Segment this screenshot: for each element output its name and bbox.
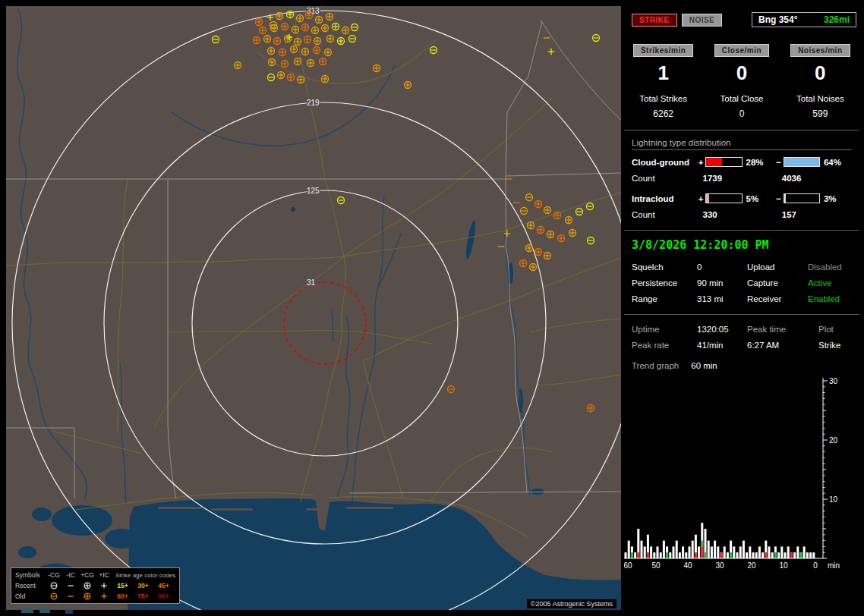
total-noises-label: Total Noises [781,94,859,103]
cg-negative-pct: 64% [820,158,852,167]
map-svg: 31125219313 [6,6,621,610]
status-panel: STRIKE NOISE Bng 354° 326mi Strikes/min … [624,6,859,610]
svg-text:125: 125 [307,187,320,195]
plus-sign: + [696,194,705,203]
svg-text:20: 20 [747,561,756,570]
ic-positive-pct: 5% [743,194,774,203]
persistence-label: Persistence [632,278,697,288]
ic-negative-pct: 3% [820,194,852,203]
rates-row: Strikes/min 1 Close/min 0 Noises/min 0 [624,46,859,85]
legend-row-recent: Recent 15+ 30+ 45+ [15,580,175,591]
uptime-value: 1320:05 [697,325,747,334]
total-noises-value: 599 [781,108,859,119]
noise-indicator[interactable]: NOISE [682,14,723,27]
noises-per-min-value: 0 [781,61,859,85]
svg-text:10: 10 [829,495,838,504]
capture-value: Active [808,278,852,288]
plot-value: Strike [818,341,852,350]
neg-cg-icon [46,581,62,590]
trend-graph-label: Trend graph [632,361,679,370]
distribution-title: Lightning type distribution [632,138,852,150]
total-strikes: Total Strikes 6262 [624,94,702,119]
legend-header-row: Symbols -CG -IC +CG +IC Strike age color… [15,570,175,580]
cg-positive-bar [705,157,742,167]
lightning-map[interactable]: 31125219313 Symbols -CG -IC +CG +IC Stri… [6,6,621,610]
pos-cg-icon [79,592,96,601]
legend-col-pic: +IC [96,571,112,579]
receiver-label: Receiver [747,294,808,303]
plus-sign: + [696,158,705,167]
window-edge-artifact [39,609,50,613]
age-90: 90+ [153,592,174,600]
divider [624,314,859,315]
range-value: 313 mi [697,294,747,303]
trend-graph: 1020306050403020100min [624,376,852,572]
strikes-per-min: Strikes/min 1 [624,46,702,85]
legend-col-nic: -IC [62,571,79,579]
svg-text:20: 20 [829,436,838,445]
bearing-value: Bng 354° [758,14,797,25]
svg-text:60: 60 [624,561,632,570]
window-edge-artifact [21,609,33,613]
count-label: Count [632,174,694,183]
upload-label: Upload [747,262,808,272]
copyright-notice: ©2005 Astrogenic Systems [527,599,616,608]
minus-sign: − [774,194,784,203]
legend-col-pcg: +CG [79,571,96,579]
divider [624,130,859,130]
ic-negative-bar [784,193,820,203]
divider [624,230,859,231]
trend-bars [625,523,815,558]
range-label: Range [632,294,697,303]
ic-negative-count: 157 [773,210,852,219]
age-30: 30+ [133,582,153,589]
strikes-per-min-value: 1 [624,61,702,85]
legend-old-label: Old [15,592,46,600]
svg-text:31: 31 [307,278,316,287]
close-per-min: Close/min 0 [702,46,780,85]
svg-text:50: 50 [651,561,661,570]
close-per-min-button[interactable]: Close/min [714,44,769,57]
map-legend: Symbols -CG -IC +CG +IC Strike age color… [11,567,180,604]
svg-text:10: 10 [779,561,788,570]
squelch-value: 0 [697,262,747,272]
total-close-label: Total Close [702,94,780,103]
age-60: 60+ [112,592,133,600]
bearing-readout: Bng 354° 326mi [752,12,856,27]
legend-col-ncg: -CG [46,571,62,579]
svg-text:min: min [828,561,840,570]
strike-indicator[interactable]: STRIKE [632,14,677,27]
peak-time-label: Peak time [747,325,818,334]
upload-value: Disabled [808,262,852,272]
svg-text:30: 30 [829,377,838,385]
intracloud-row: Intracloud + 5% − 3% [632,193,852,203]
pos-ic-icon [96,592,112,601]
age-15: 15+ [112,582,133,589]
plot-label: Plot [818,325,852,334]
datetime-display: 3/8/2026 12:20:00 PM [632,238,852,252]
total-noises: Total Noises 599 [781,94,859,119]
noises-per-min: Noises/min 0 [781,46,859,85]
total-close-value: 0 [702,108,780,119]
trend-window-value: 60 min [691,361,717,370]
receiver-value: Enabled [808,294,852,303]
nexstorm-window: 31125219313 Symbols -CG -IC +CG +IC Stri… [0,0,864,616]
neg-cg-icon [46,592,62,601]
neg-ic-icon [62,592,79,601]
peak-rate-label: Peak rate [632,341,697,350]
minus-sign: − [774,158,784,167]
age-45: 45+ [153,582,174,589]
legend-row-old: Old 60+ 75+ 90+ [15,591,175,602]
strikes-per-min-button[interactable]: Strikes/min [633,44,693,57]
cg-negative-bar [784,157,820,167]
svg-text:219: 219 [307,99,320,107]
noises-per-min-button[interactable]: Noises/min [790,44,850,57]
intracloud-counts: Count 330 157 [632,210,852,219]
cg-positive-count: 1739 [694,174,773,183]
svg-text:40: 40 [683,561,692,570]
totals-row: Total Strikes 6262 Total Close 0 Total N… [624,94,859,119]
svg-text:30: 30 [715,561,724,570]
ic-positive-count: 330 [694,210,773,219]
legend-recent-label: Recent [15,582,46,589]
age-75: 75+ [133,592,153,600]
